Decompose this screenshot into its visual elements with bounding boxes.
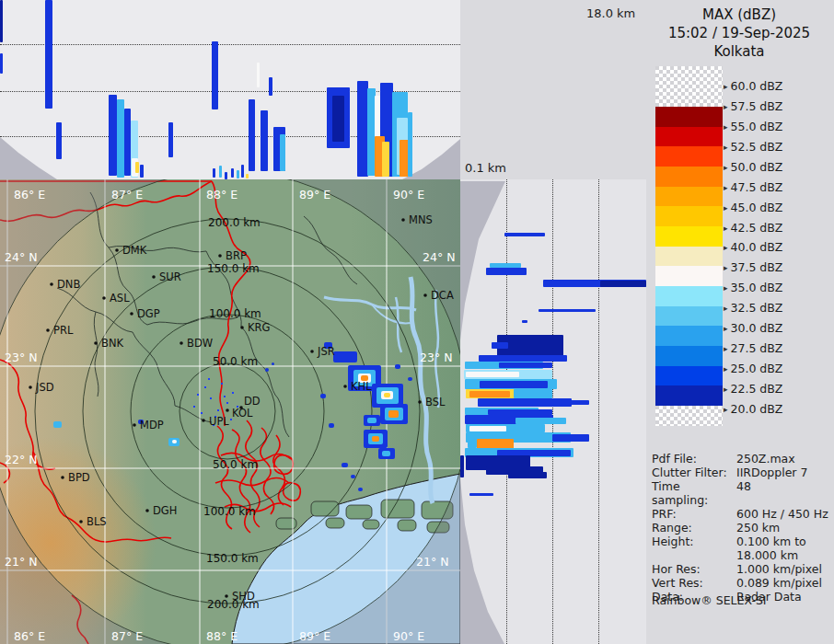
city-dot	[29, 385, 32, 389]
clutter-speck	[204, 386, 206, 388]
scale-tick-label: ▸22.5 dBZ	[724, 382, 782, 396]
legend-panel: MAX (dBZ) 15:02 / 19-Sep-2025 Kolkata ▸6…	[644, 0, 834, 644]
precipitation-echo	[388, 410, 399, 418]
vertical-profile-side-panel	[460, 179, 646, 644]
delta-island	[326, 518, 344, 528]
city-dot	[401, 218, 405, 222]
vertical-profile-top-panel	[0, 0, 460, 179]
city-dot	[218, 254, 222, 258]
clutter-speck	[197, 394, 199, 396]
metadata-value: 18.000 km	[736, 548, 832, 562]
metadata-value: 250Z.max	[736, 452, 832, 466]
metadata-value: 250 km	[736, 521, 832, 535]
city-label: DGP	[137, 307, 160, 320]
city-dot	[133, 423, 136, 427]
scale-tick-arrow-icon: ▸	[724, 122, 728, 132]
height-gridline	[0, 44, 460, 45]
city-label: BRP	[226, 249, 247, 262]
metadata-label	[652, 548, 736, 562]
clutter-speck	[201, 412, 203, 414]
city-label: BNK	[101, 337, 123, 350]
city-label: KRG	[248, 321, 270, 334]
radar-map: 200.0 km150.0 km100.0 km50.0 km50.0 km10…	[0, 179, 460, 644]
longitude-label: 87° E	[111, 629, 143, 643]
precipitation-echo	[384, 393, 390, 397]
city-label: JSR	[317, 345, 335, 358]
city-label: BDW	[187, 337, 213, 350]
range-ring-label: 100.0 km	[203, 505, 256, 518]
radar-map-canvas: 200.0 km150.0 km100.0 km50.0 km50.0 km10…	[0, 179, 460, 644]
range-ring-label: 200.0 km	[208, 216, 261, 229]
blind-sector-wedge	[460, 179, 646, 644]
city-label: ASL	[110, 292, 130, 305]
city-dot	[180, 341, 183, 345]
precipitation-echo	[358, 488, 363, 491]
city-label: MDP	[140, 419, 164, 431]
scale-tick-label: ▸35.0 dBZ	[724, 281, 782, 294]
city-label: DMK	[122, 244, 147, 257]
metadata-row: Vert Res:0.089 km/pixel	[652, 576, 832, 590]
scale-tick-arrow-icon: ▸	[724, 163, 728, 172]
city-label: BSL	[425, 396, 446, 408]
city-dot	[226, 408, 229, 412]
metadata-label: Vert Res:	[652, 576, 736, 590]
scale-tick-arrow-icon: ▸	[724, 324, 728, 333]
metadata-value: 48	[736, 479, 832, 507]
longitude-label: 86° E	[14, 629, 45, 643]
metadata-value: IIRDoppler 7	[736, 466, 832, 479]
scale-tick-arrow-icon: ▸	[724, 143, 728, 152]
metadata-label: Clutter Filter:	[652, 466, 736, 479]
city-label: JSD	[35, 381, 54, 394]
metadata-row: PRF:600 Hz / 450 Hz	[652, 507, 832, 521]
longitude-label: 88° E	[206, 629, 237, 643]
range-ring-label: 100.0 km	[209, 307, 261, 320]
scale-tick-label: ▸30.0 dBZ	[724, 321, 782, 335]
scale-tick-arrow-icon: ▸	[724, 203, 728, 213]
city-dot	[115, 248, 119, 252]
scale-tick-label: ▸42.5 dBZ	[724, 221, 782, 235]
city-label: DD	[244, 395, 261, 408]
scale-tick-label: ▸20.0 dBZ	[724, 402, 782, 416]
city-dot	[46, 328, 50, 332]
software-brand: Rainbow® SELEX-SI	[652, 593, 767, 607]
precipitation-echo	[382, 451, 390, 456]
city-label: PRL	[53, 324, 74, 337]
latitude-label: 24° N	[423, 250, 455, 264]
metadata-label: Time sampling:	[652, 479, 736, 507]
delta-island	[363, 520, 379, 529]
scale-tick-arrow-icon: ▸	[724, 82, 728, 91]
metadata-value: 0.100 km to	[736, 535, 832, 548]
metadata-row: Clutter Filter:IIRDoppler 7	[652, 466, 832, 479]
city-dot	[152, 275, 156, 279]
clutter-speck	[226, 402, 228, 404]
city-dot	[145, 509, 149, 512]
clutter-speck	[210, 397, 212, 399]
metadata-row: Range:250 km	[652, 521, 832, 535]
scale-tick-label: ▸52.5 dBZ	[724, 140, 782, 154]
precipitation-echo	[53, 421, 62, 428]
city-label: KHL	[351, 380, 372, 393]
scale-tick-label: ▸40.0 dBZ	[724, 240, 782, 254]
city-label: DGH	[153, 504, 177, 517]
latitude-label: 21° N	[5, 555, 37, 569]
city-dot	[102, 296, 106, 300]
latitude-label: 22° N	[5, 453, 37, 466]
metadata-value: 1.000 km/pixel	[736, 562, 832, 576]
city-dot	[61, 476, 64, 479]
scale-tick-arrow-icon: ▸	[724, 283, 728, 293]
precipitation-echo	[342, 463, 348, 467]
city-label: MNS	[409, 213, 433, 226]
city-label: UPL	[209, 415, 229, 428]
precipitation-echo	[320, 394, 326, 398]
clutter-speck	[193, 406, 195, 408]
metadata-row: Pdf File:250Z.max	[652, 452, 832, 466]
scale-tick-arrow-icon: ▸	[724, 304, 728, 313]
scale-tick-arrow-icon: ▸	[724, 243, 728, 252]
height-gridline	[552, 179, 553, 644]
precipitation-echo	[395, 364, 400, 369]
city-label: SHD	[232, 590, 255, 603]
precipitation-echo	[372, 436, 379, 442]
scale-tick-arrow-icon: ▸	[724, 102, 728, 111]
longitude-label: 87° E	[111, 188, 143, 201]
blind-sector-wedge	[460, 179, 646, 644]
